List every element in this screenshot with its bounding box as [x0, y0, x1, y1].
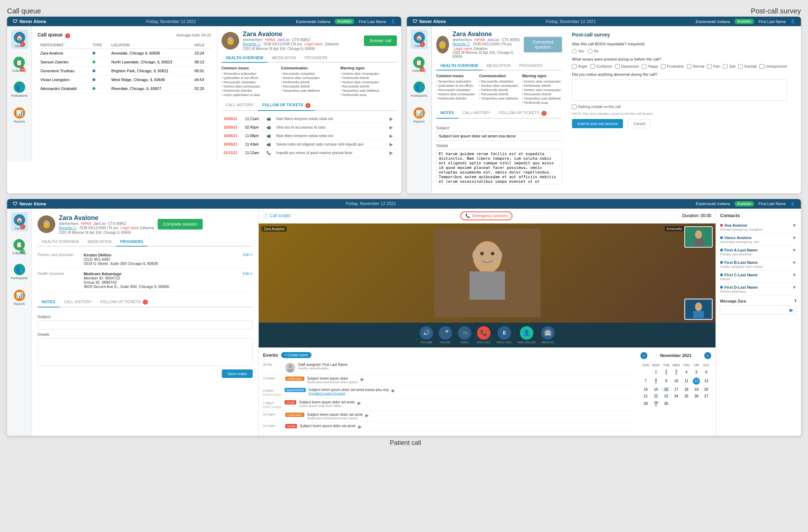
cb-sad[interactable]: Sad	[723, 64, 735, 69]
history-chevron[interactable]: ▶	[389, 125, 393, 130]
available-toggle-2[interactable]: Available	[734, 19, 754, 24]
calendar-next[interactable]: ›	[704, 352, 711, 359]
svg-point-5	[491, 252, 494, 255]
secondary-video-small	[686, 228, 711, 246]
answer-call-button[interactable]: Answer call	[364, 35, 397, 46]
medical-button[interactable]: 🏥 MEDICAL	[541, 326, 555, 344]
insurance-edit[interactable]: Edit ✏	[243, 272, 253, 276]
sidebar-item-home[interactable]: 🏠 Home 5	[11, 30, 28, 49]
contact-expand[interactable]: ▼	[792, 223, 797, 228]
cb-nothing-notable[interactable]: Nothing notable on this call	[572, 104, 787, 109]
cb-normal[interactable]: Normal	[687, 64, 704, 69]
subject-input-main[interactable]	[38, 320, 253, 329]
pcp-edit[interactable]: Edit ✏	[243, 253, 253, 257]
tab-medication-main[interactable]: MEDICATION	[83, 237, 116, 246]
tab-call-history[interactable]: CALL HISTORY	[221, 101, 258, 110]
contact-expand[interactable]: ▼	[792, 272, 797, 278]
sidebar-followup-2[interactable]: 📋 Follow-up 24	[409, 55, 429, 74]
complete-session-button[interactable]: Complete session	[158, 219, 203, 230]
tab-medication[interactable]: MEDICATION	[268, 53, 300, 62]
sidebar-participants-main[interactable]: 👥 Participants	[8, 262, 30, 282]
submit-button[interactable]: Submit and exit session	[572, 119, 623, 128]
sidebar-item-reports[interactable]: 📊 Reports	[11, 105, 28, 125]
table-row[interactable]: Genevieve Trudeau Brighton Park, Chicago…	[38, 66, 211, 75]
tab-providers[interactable]: PROVIDERS	[300, 53, 332, 62]
sidebar-item-participants[interactable]: 👥 Participants	[8, 79, 30, 100]
hold-call-button[interactable]: ⏸ HOLD CALL	[496, 326, 512, 344]
sidebar-home-2[interactable]: 🏠 Home 5	[411, 30, 428, 49]
tab-call-history-2[interactable]: CALL HISTORY	[458, 108, 495, 118]
history-chevron[interactable]: ▶	[389, 133, 393, 138]
contact-expand[interactable]: ▼	[792, 235, 797, 240]
message-input[interactable]	[723, 308, 790, 312]
table-row[interactable]: Vivian Livingston West Ridge, Chicago, I…	[38, 75, 211, 84]
create-event-button[interactable]: + Create event	[281, 352, 312, 358]
sidebar-home-main[interactable]: 🏠 Home 5	[11, 212, 28, 231]
cb-pain[interactable]: Pain	[707, 64, 720, 69]
table-row[interactable]: Zara Avalone Avondale, Chicago IL 60606 …	[38, 49, 211, 57]
add-caller-button[interactable]: 👤 ADD CALLER	[518, 326, 535, 344]
contact-role: Primary emergency, Daughter	[720, 228, 762, 231]
cb-anger[interactable]: Anger	[572, 64, 588, 69]
left-panel: 👵 Zara Avalone she/her/hers HIPAA JanCon…	[32, 209, 259, 436]
sidebar-reports-main[interactable]: 📊 Reports	[11, 288, 28, 308]
table-row[interactable]: Samuel Zalenko North Lawndale, Chicago, …	[38, 57, 211, 66]
contact-expand[interactable]: ▼	[792, 285, 797, 290]
event-expand-4[interactable]: ▶	[365, 413, 369, 418]
cb-depression[interactable]: Depression	[615, 64, 639, 69]
details-textarea-2[interactable]: El harum quidem rerum facilis est et exp…	[436, 149, 562, 185]
history-chevron[interactable]: ▶	[389, 142, 393, 147]
cb-happy[interactable]: Happy	[642, 64, 658, 69]
save-notes-button[interactable]: Save notes	[222, 369, 253, 378]
calendar-today[interactable]: 12	[693, 378, 700, 385]
emergency-services-button[interactable]: 📞 Emergency services	[460, 211, 512, 220]
cb-unresponsive[interactable]: Unresponsive	[759, 64, 787, 69]
tab-health-main[interactable]: HEALTH OVERVIEW	[38, 237, 83, 246]
end-call-button[interactable]: 📞 END CALL	[477, 326, 491, 344]
table-row[interactable]: Alessandro Girabaldi Riverdale, Chicago,…	[38, 84, 211, 93]
call-scripts-link[interactable]: 📄 Call scripts	[263, 213, 291, 218]
sidebar-item-followup[interactable]: 📋 Follow-up 24	[10, 55, 29, 74]
event-expand-3[interactable]: ▶	[358, 400, 361, 406]
volume-button[interactable]: 🔊 VOLUME	[420, 326, 433, 344]
cb-frustration[interactable]: Frustration	[661, 64, 684, 69]
main-video-label: Zara Avalone	[262, 226, 287, 232]
tab-notes-2[interactable]: NOTES	[436, 108, 458, 119]
all-day-text: Staff assigned: First Last Name Facility…	[298, 363, 347, 370]
survey-textarea[interactable]	[572, 79, 787, 101]
tab-followuptickets-main[interactable]: FOLLOW-UP TICKETS 2	[96, 298, 152, 307]
history-chevron[interactable]: ▶	[389, 150, 393, 155]
tab-health-2[interactable]: HEALTH OVERVIEW	[436, 61, 482, 70]
q1-no[interactable]: No	[588, 49, 599, 53]
send-message-button[interactable]: ▶	[790, 307, 793, 313]
details-textarea-main[interactable]	[38, 338, 253, 366]
calendar-prev[interactable]: ‹	[640, 352, 647, 359]
records-link[interactable]: Records ⓘ	[59, 226, 77, 230]
history-chevron[interactable]: ▶	[389, 116, 393, 121]
tab-providers-main[interactable]: PROVIDERS	[116, 237, 147, 247]
sidebar-participants-2[interactable]: 👥 Participants	[408, 79, 430, 100]
tab-notes-main[interactable]: NOTES	[38, 298, 60, 308]
video-button[interactable]: 📹 VIDEO	[458, 326, 471, 344]
sidebar-followup-main[interactable]: 📋 Follow-up 24	[10, 237, 29, 256]
subject-input-2[interactable]	[436, 131, 562, 141]
cb-suicidal[interactable]: Suicidal	[738, 64, 757, 69]
event-expand-5[interactable]: ▶	[358, 424, 362, 429]
available-toggle-main[interactable]: Available	[734, 201, 754, 206]
tab-health-overview[interactable]: HEALTH OVERVIEW	[221, 53, 268, 63]
cancel-button[interactable]: Cancel	[628, 119, 651, 128]
cb-confusion[interactable]: Confusion	[590, 64, 612, 69]
available-toggle[interactable]: Available	[335, 19, 354, 24]
tab-medication-2[interactable]: MEDICATION	[482, 61, 515, 70]
sidebar-reports-2[interactable]: 📊 Reports	[411, 105, 428, 125]
contact-expand[interactable]: ▼	[792, 260, 797, 265]
sound-button[interactable]: 🎤 SOUND	[439, 326, 452, 344]
tab-followup-tickets-2[interactable]: FOLLOW-UP TICKETS 1	[495, 108, 551, 118]
tab-follow-up[interactable]: FOLLOW UP TICKETS 1	[258, 101, 315, 111]
contact-expand[interactable]: ▼	[792, 248, 797, 253]
tab-callhistory-main[interactable]: CALL HISTORY	[60, 298, 96, 307]
q1-yes[interactable]: Yes	[572, 49, 584, 53]
event-expand-2[interactable]: ▶	[392, 388, 395, 393]
event-expand[interactable]: ▶	[361, 377, 364, 382]
tab-providers-2[interactable]: PROVIDERS	[515, 61, 546, 70]
